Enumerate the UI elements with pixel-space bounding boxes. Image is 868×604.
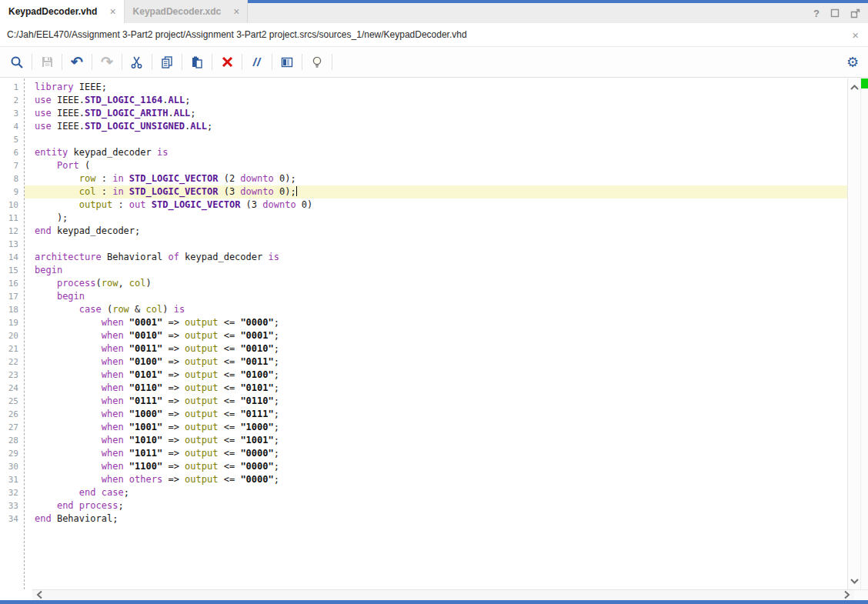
code-line-25[interactable]: when "0111" => output <= "0110"; [25, 395, 847, 408]
scroll-down-icon[interactable] [850, 574, 860, 588]
line-number: 11 [0, 212, 24, 225]
line-number: 34 [0, 512, 24, 526]
error-stripe-column [860, 78, 868, 589]
tab-close-icon[interactable]: × [109, 6, 115, 17]
code-line-5[interactable] [25, 133, 847, 146]
code-line-28[interactable]: when "1010" => output <= "1001"; [25, 434, 847, 447]
code-line-30[interactable]: when "1100" => output <= "0000"; [25, 460, 847, 473]
save-button-disabled[interactable] [37, 52, 57, 72]
hscroll-spacer [0, 589, 32, 600]
paste-icon [190, 55, 204, 69]
code-line-32[interactable]: end case; [25, 486, 847, 499]
hscroll-track[interactable] [32, 589, 854, 600]
close-file-icon[interactable]: × [852, 28, 859, 42]
code-line-19[interactable]: when "0001" => output <= "0000"; [25, 316, 847, 329]
toolbar-separator [272, 54, 272, 70]
line-number: 1 [0, 81, 24, 94]
code-line-31[interactable]: when others => output <= "0000"; [25, 473, 847, 486]
horizontal-scrollbar[interactable] [0, 589, 868, 600]
code-line-21[interactable]: when "0011" => output <= "0010"; [25, 342, 847, 355]
line-number: 3 [0, 107, 24, 120]
line-number: 13 [0, 238, 24, 251]
quick-fix-button[interactable] [307, 52, 327, 72]
undo-button[interactable]: ↶ [67, 52, 87, 72]
line-number: 33 [0, 499, 24, 512]
save-icon [41, 55, 54, 68]
line-number: 14 [0, 251, 24, 264]
tab-label: KeypadDecoder.vhd [8, 6, 97, 17]
code-line-8[interactable]: row : in STD_LOGIC_VECTOR (2 downto 0); [25, 172, 847, 185]
line-number: 2 [0, 94, 24, 107]
code-line-2[interactable]: use IEEE.STD_LOGIC_1164.ALL; [25, 94, 847, 107]
tab-close-icon[interactable]: × [233, 6, 239, 17]
code-line-17[interactable]: begin [25, 290, 847, 303]
toolbar-separator [302, 54, 302, 70]
line-number: 28 [0, 434, 24, 447]
code-line-33[interactable]: end process; [25, 499, 847, 512]
code-line-10[interactable]: output : out STD_LOGIC_VECTOR (3 downto … [25, 199, 847, 212]
code-area[interactable]: library IEEE;use IEEE.STD_LOGIC_1164.ALL… [25, 78, 847, 589]
line-number: 19 [0, 316, 24, 329]
search-button[interactable] [7, 52, 27, 72]
code-line-6[interactable]: entity keypad_decoder is [25, 146, 847, 159]
code-line-26[interactable]: when "1000" => output <= "0111"; [25, 408, 847, 421]
redo-button-disabled[interactable]: ↷ [97, 52, 117, 72]
tab-keypaddecoder-xdc[interactable]: KeypadDecoder.xdc × [125, 0, 249, 23]
code-line-24[interactable]: when "0110" => output <= "0101"; [25, 382, 847, 395]
code-line-1[interactable]: library IEEE; [25, 81, 847, 94]
code-line-11[interactable]: ); [25, 212, 847, 225]
editor-settings-button[interactable]: ⚙ [843, 52, 863, 72]
copy-button[interactable] [157, 52, 177, 72]
line-number: 18 [0, 303, 24, 316]
line-number: 26 [0, 408, 24, 421]
code-line-16[interactable]: process(row, col) [25, 277, 847, 290]
undo-icon: ↶ [71, 55, 83, 69]
code-line-20[interactable]: when "0010" => output <= "0001"; [25, 329, 847, 342]
file-path: C:/Jah/EEL470/Assignment 3-Part2 project… [7, 29, 852, 40]
maximize-icon[interactable] [830, 8, 840, 18]
line-number: 12 [0, 225, 24, 238]
toolbar-separator [242, 54, 242, 70]
editor-toolbar: ↶ ↷ [0, 47, 868, 78]
code-line-4[interactable]: use IEEE.STD_LOGIC_UNSIGNED.ALL; [25, 120, 847, 133]
code-line-9[interactable]: col : in STD_LOGIC_VECTOR (3 downto 0); [25, 185, 847, 199]
code-line-14[interactable]: architecture Behavioral of keypad_decode… [25, 251, 847, 264]
code-line-18[interactable]: case (row & col) is [25, 303, 847, 316]
line-number: 15 [0, 264, 24, 277]
line-number: 29 [0, 447, 24, 460]
tab-label: KeypadDecoder.xdc [133, 6, 222, 17]
column-select-icon [280, 55, 294, 69]
paste-button[interactable] [187, 52, 207, 72]
line-number: 5 [0, 133, 24, 146]
code-line-15[interactable]: begin [25, 264, 847, 277]
line-number: 25 [0, 395, 24, 408]
editor-tab-bar: KeypadDecoder.vhd × KeypadDecoder.xdc × … [0, 0, 868, 23]
float-window-icon[interactable] [850, 8, 860, 18]
code-line-12[interactable]: end keypad_decoder; [25, 225, 847, 238]
code-line-27[interactable]: when "1001" => output <= "1000"; [25, 421, 847, 434]
toolbar-separator [122, 54, 122, 70]
toolbar-separator [32, 54, 32, 70]
code-line-22[interactable]: when "0100" => output <= "0011"; [25, 355, 847, 369]
line-number: 17 [0, 290, 24, 303]
cut-button[interactable] [127, 52, 147, 72]
code-line-13[interactable] [25, 238, 847, 251]
code-line-7[interactable]: Port ( [25, 159, 847, 172]
vertical-scrollbar[interactable] [847, 78, 860, 589]
delete-x-icon [221, 55, 234, 68]
status-ok-marker [861, 78, 868, 88]
toolbar-separator [212, 54, 212, 70]
tab-keypaddecoder-vhd[interactable]: KeypadDecoder.vhd × [0, 0, 125, 23]
code-line-29[interactable]: when "1011" => output <= "0000"; [25, 447, 847, 460]
toolbar-separator [152, 54, 152, 70]
code-line-34[interactable]: end Behavioral; [25, 512, 847, 526]
cut-scissors-icon [130, 55, 144, 69]
code-line-23[interactable]: when "0101" => output <= "0100"; [25, 369, 847, 382]
line-number: 31 [0, 473, 24, 486]
code-line-3[interactable]: use IEEE.STD_LOGIC_ARITH.ALL; [25, 107, 847, 120]
scroll-up-icon[interactable] [850, 80, 860, 94]
toggle-comment-button[interactable]: // [247, 52, 267, 72]
toggle-column-select-button[interactable] [277, 52, 297, 72]
help-icon[interactable]: ? [813, 8, 820, 19]
delete-button[interactable] [217, 52, 237, 72]
